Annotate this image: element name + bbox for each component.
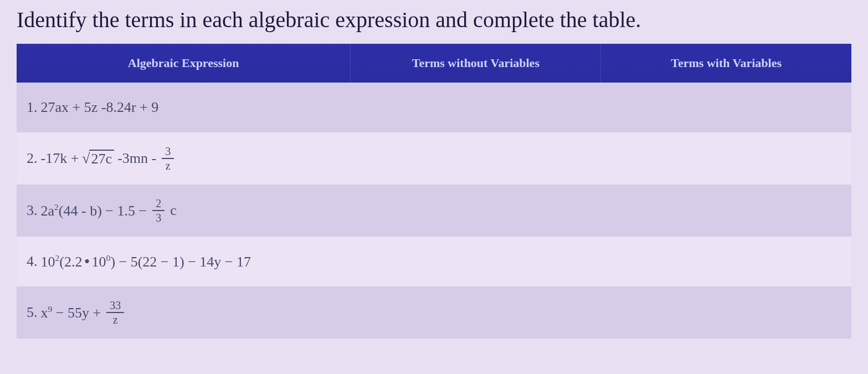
- cell-expression: 3. 2a2(44 - b) − 1.5 − 2 3 c: [17, 185, 351, 237]
- expr-text: -17k +: [41, 150, 79, 167]
- table-row: 2. -17k + 27c -3mn - 3 z: [17, 132, 851, 185]
- header-with-variables: Terms with Variables: [601, 44, 851, 83]
- expr-text: -3mn -: [117, 150, 156, 167]
- table-header-row: Algebraic Expression Terms without Varia…: [17, 44, 851, 83]
- row-number: 3.: [27, 202, 38, 219]
- cell-expression: 1. 27ax + 5z -8.24r + 9: [17, 83, 351, 132]
- header-expression: Algebraic Expression: [17, 44, 351, 83]
- row-number: 1.: [27, 99, 38, 116]
- cell-with-variables[interactable]: [601, 286, 851, 339]
- header-without-variables: Terms without Variables: [351, 44, 601, 83]
- table-row: 1. 27ax + 5z -8.24r + 9: [17, 83, 851, 132]
- fraction: 2 3: [152, 198, 165, 223]
- table-row: 4. 102(2.2•100) − 5(22 − 1) − 14y − 17: [17, 237, 851, 286]
- cell-with-variables[interactable]: [601, 83, 851, 132]
- cell-expression: 5. x9 − 55y + 33 z: [17, 286, 351, 339]
- cell-expression: 2. -17k + 27c -3mn - 3 z: [17, 132, 351, 185]
- table-row: 5. x9 − 55y + 33 z: [17, 286, 851, 339]
- cell-with-variables[interactable]: [601, 132, 851, 185]
- page-title: Identify the terms in each algebraic exp…: [17, 7, 851, 33]
- fraction: 33 z: [106, 300, 124, 325]
- sqrt-icon: 27c: [82, 150, 114, 167]
- cell-without-variables[interactable]: [351, 237, 601, 286]
- expr-text: x9 − 55y +: [41, 304, 101, 321]
- expr-text: 102(2.2•100) − 5(22 − 1) − 14y − 17: [41, 253, 251, 270]
- expr-text: 27ax + 5z -8.24r + 9: [41, 99, 159, 116]
- expr-text: 2a2(44 - b) − 1.5 −: [41, 202, 147, 219]
- dot-icon: •: [82, 253, 91, 269]
- fraction: 3 z: [162, 146, 174, 171]
- cell-with-variables[interactable]: [601, 185, 851, 237]
- cell-without-variables[interactable]: [351, 286, 601, 339]
- row-number: 4.: [27, 253, 38, 270]
- cell-without-variables[interactable]: [351, 185, 601, 237]
- cell-expression: 4. 102(2.2•100) − 5(22 − 1) − 14y − 17: [17, 237, 351, 286]
- expr-text: c: [170, 202, 177, 219]
- cell-without-variables[interactable]: [351, 132, 601, 185]
- expression-table: Algebraic Expression Terms without Varia…: [17, 44, 851, 339]
- cell-with-variables[interactable]: [601, 237, 851, 286]
- row-number: 5.: [27, 304, 38, 321]
- row-number: 2.: [27, 150, 38, 167]
- cell-without-variables[interactable]: [351, 83, 601, 132]
- table-row: 3. 2a2(44 - b) − 1.5 − 2 3 c: [17, 185, 851, 237]
